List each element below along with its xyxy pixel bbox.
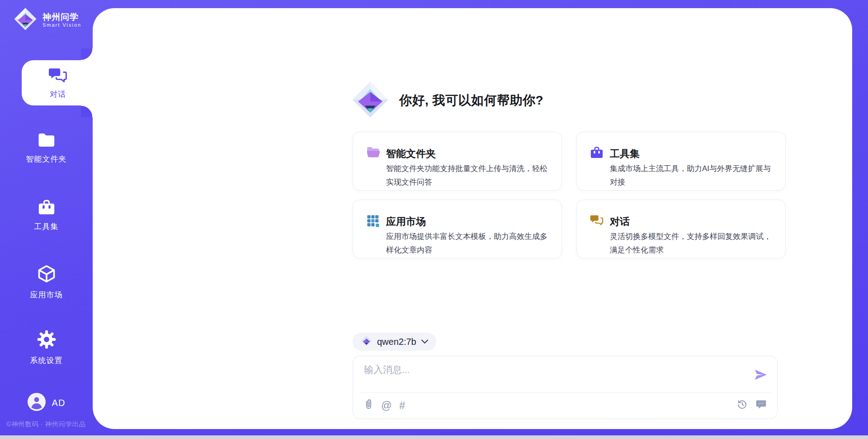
sidebar-item-smart-folder[interactable]: 智能文件夹 bbox=[0, 133, 93, 164]
smart-vision-diamond-icon bbox=[361, 335, 372, 348]
card-title: 对话 bbox=[610, 215, 630, 229]
folder-icon bbox=[38, 133, 56, 150]
chat-bubbles-icon bbox=[48, 67, 67, 86]
greeting-title: 你好, 我可以如何帮助你? bbox=[399, 92, 543, 109]
sidebar-item-toolset[interactable]: 工具集 bbox=[0, 199, 93, 232]
toolbox-icon bbox=[38, 199, 56, 217]
topic-icon[interactable]: # bbox=[399, 400, 405, 411]
card-title: 工具集 bbox=[610, 147, 640, 161]
tab-fillet-top bbox=[81, 48, 93, 60]
cube-icon bbox=[37, 264, 57, 286]
app-grid-icon bbox=[366, 214, 379, 229]
sidebar-item-label: 系统设置 bbox=[30, 355, 63, 366]
brand-subtitle: Smart Vision bbox=[42, 22, 81, 28]
tab-fillet-bottom bbox=[81, 105, 93, 117]
user-avatar-icon bbox=[28, 393, 46, 413]
smart-vision-diamond-icon bbox=[351, 81, 389, 120]
card-description: 灵活切换多模型文件，支持多样回复效果调试，满足个性化需求 bbox=[610, 230, 774, 257]
sidebar-item-settings[interactable]: 系统设置 bbox=[0, 329, 93, 366]
mention-icon[interactable]: @ bbox=[381, 400, 392, 411]
sidebar-item-label: 智能文件夹 bbox=[26, 154, 67, 164]
sidebar-item-chat[interactable]: 对话 bbox=[22, 60, 94, 105]
gear-icon bbox=[37, 329, 57, 351]
user-name: AD bbox=[52, 398, 66, 408]
card-chat[interactable]: 对话 灵活切换多模型文件，支持多样回复效果调试，满足个性化需求 bbox=[576, 200, 786, 258]
sidebar-item-label: 对话 bbox=[50, 89, 66, 100]
toolbox-icon bbox=[590, 146, 604, 161]
card-toolset[interactable]: 工具集 集成市场上主流工具，助力AI与外界无缝扩展与对接 bbox=[576, 132, 786, 191]
card-app-market[interactable]: 应用市场 应用市场提供丰富长文本模板，助力高效生成多样化文章内容 bbox=[353, 200, 562, 258]
card-title: 应用市场 bbox=[386, 215, 426, 229]
sidebar-item-app-market[interactable]: 应用市场 bbox=[0, 264, 93, 300]
model-name: qwen2:7b bbox=[377, 337, 416, 347]
brand-name: 神州问学 bbox=[42, 12, 81, 23]
message-input[interactable] bbox=[364, 363, 739, 390]
model-selector[interactable]: qwen2:7b bbox=[353, 333, 436, 351]
sidebar-footer: ©神州数码 · 神州问学出品 bbox=[6, 420, 86, 429]
main-panel: 你好, 我可以如何帮助你? 智能文件夹 智能文件夹功能支持批量文件上传与清洗，轻… bbox=[93, 8, 852, 429]
message-composer: @ # bbox=[353, 356, 778, 419]
sidebar-item-label: 工具集 bbox=[34, 221, 59, 232]
paperclip-icon[interactable] bbox=[363, 399, 373, 412]
card-description: 应用市场提供丰富长文本模板，助力高效生成多样化文章内容 bbox=[386, 230, 550, 257]
shortcut-cards: 智能文件夹 智能文件夹功能支持批量文件上传与清洗，轻松实现文件问答 工具集 集成… bbox=[353, 132, 786, 258]
user-profile[interactable]: AD bbox=[0, 393, 93, 413]
chat-bubbles-icon bbox=[590, 214, 604, 229]
card-description: 集成市场上主流工具，助力AI与外界无缝扩展与对接 bbox=[610, 162, 774, 189]
folder-open-icon bbox=[366, 146, 380, 161]
send-button[interactable] bbox=[754, 368, 767, 382]
card-description: 智能文件夹功能支持批量文件上传与清洗，轻松实现文件问答 bbox=[386, 162, 550, 189]
composer-divider bbox=[359, 392, 771, 393]
greeting: 你好, 我可以如何帮助你? bbox=[351, 81, 543, 120]
sidebar-item-label: 应用市场 bbox=[30, 290, 63, 300]
card-smart-folder[interactable]: 智能文件夹 智能文件夹功能支持批量文件上传与清洗，轻松实现文件问答 bbox=[353, 132, 562, 191]
screen-bottom-edge bbox=[0, 435, 868, 439]
smart-vision-diamond-icon bbox=[14, 7, 37, 33]
brand-logo: 神州问学 Smart Vision bbox=[14, 7, 81, 33]
chevron-down-icon bbox=[421, 338, 428, 346]
card-title: 智能文件夹 bbox=[386, 147, 436, 161]
history-clock-icon[interactable] bbox=[736, 399, 748, 412]
sidebar: 神州问学 Smart Vision 对话 智能文件夹 bbox=[0, 0, 93, 439]
chat-filled-icon[interactable] bbox=[755, 399, 767, 412]
